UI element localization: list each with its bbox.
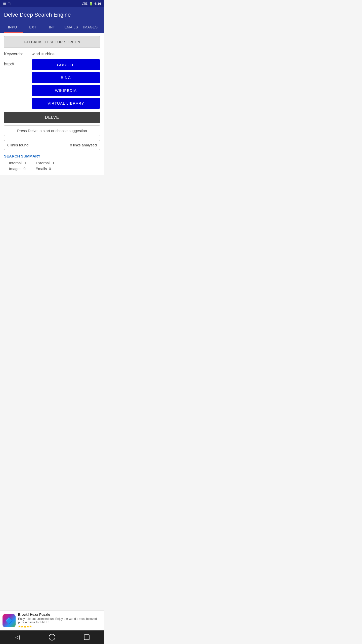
links-analysed: 0 links analysed (70, 143, 97, 147)
images-item: Images 0 (9, 167, 26, 171)
suggestion-text: Press Delve to start or choose suggestio… (4, 125, 100, 136)
sim-icon: ◫ (8, 2, 11, 6)
images-value: 0 (23, 167, 25, 171)
bing-button[interactable]: BING (32, 72, 100, 83)
summary-row-1: Internal 0 External 0 (9, 161, 100, 165)
images-label: Images (9, 167, 21, 171)
tab-input[interactable]: INPUT (4, 22, 23, 33)
search-engines-list: GOOGLE BING WIKIPEDIA VIRTUAL LIBRARY (32, 59, 100, 109)
external-value: 0 (52, 161, 54, 165)
links-found: 0 links found (7, 143, 28, 147)
emails-value: 0 (49, 167, 51, 171)
emails-item: Emails 0 (36, 167, 51, 171)
http-label: http:// (4, 59, 32, 66)
external-item: External 0 (36, 161, 54, 165)
time-display: 6:16 (95, 2, 101, 6)
tab-int[interactable]: INT (42, 22, 62, 33)
google-button[interactable]: GOOGLE (32, 59, 100, 70)
battery-icon: 🔋 (89, 2, 93, 6)
http-section: http:// GOOGLE BING WIKIPEDIA VIRTUAL LI… (4, 59, 100, 109)
stats-row: 0 links found 0 links analysed (4, 140, 100, 150)
tab-ext[interactable]: EXT (23, 22, 42, 33)
notification-icon: ▦ (3, 2, 6, 6)
status-bar: ▦ ◫ LTE 🔋 6:16 (0, 0, 104, 7)
internal-item: Internal 0 (9, 161, 26, 165)
tab-bar: INPUT EXT INT EMAILS IMAGES (4, 22, 100, 33)
delve-button[interactable]: DELVE (4, 112, 100, 123)
go-back-button[interactable]: GO BACK TO SETUP SCREEN (4, 36, 100, 48)
tab-emails[interactable]: EMAILS (62, 22, 81, 33)
search-summary-title: SEARCH SUMMARY (4, 154, 100, 158)
app-header: Delve Deep Search Engine INPUT EXT INT E… (0, 7, 104, 33)
search-summary-section: SEARCH SUMMARY Internal 0 External 0 Ima… (4, 154, 100, 171)
wikipedia-button[interactable]: WIKIPEDIA (32, 85, 100, 96)
keywords-row: Keywords: wind+turbine (4, 52, 100, 56)
tab-images[interactable]: IMAGES (81, 22, 100, 33)
status-bar-left: ▦ ◫ (3, 2, 11, 6)
app-title: Delve Deep Search Engine (4, 12, 100, 18)
virtual-library-button[interactable]: VIRTUAL LIBRARY (32, 98, 100, 109)
internal-label: Internal (9, 161, 22, 165)
lte-indicator: LTE (81, 2, 87, 6)
internal-value: 0 (24, 161, 26, 165)
keywords-value: wind+turbine (32, 52, 55, 56)
summary-row-2: Images 0 Emails 0 (9, 167, 100, 171)
main-content: GO BACK TO SETUP SCREEN Keywords: wind+t… (0, 33, 104, 175)
status-bar-right: LTE 🔋 6:16 (81, 2, 101, 6)
external-label: External (36, 161, 50, 165)
keywords-label: Keywords: (4, 52, 32, 56)
summary-grid: Internal 0 External 0 Images 0 Emails 0 (4, 161, 100, 171)
emails-label: Emails (36, 167, 47, 171)
